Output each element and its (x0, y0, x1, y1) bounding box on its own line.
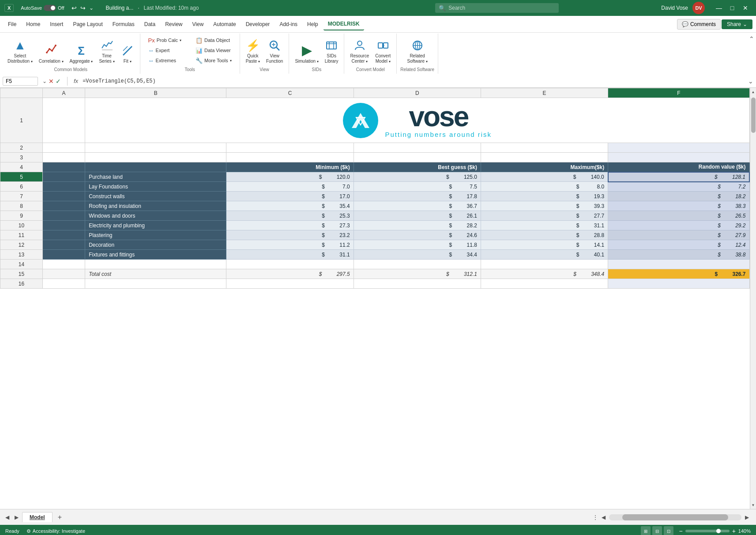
scroll-thumb-vertical[interactable] (751, 98, 756, 133)
more-tools-button[interactable]: 🔧 More Tools ▾ (193, 56, 234, 65)
cell-e16[interactable] (481, 279, 608, 289)
cell-f12[interactable]: $ 12.4 (608, 240, 749, 250)
sheet-tab-model[interactable]: Model (22, 512, 53, 522)
cell-a7[interactable] (43, 192, 85, 201)
menu-formulas[interactable]: Formulas (108, 19, 139, 30)
menu-home[interactable]: Home (22, 19, 45, 30)
formula-expand-icon[interactable]: ⌄ (42, 78, 47, 84)
cell-a10[interactable] (43, 221, 85, 230)
cell-b14[interactable] (85, 260, 226, 269)
correlation-button[interactable]: Correlation ▾ (37, 35, 66, 65)
zoom-out-btn[interactable]: − (679, 527, 682, 535)
cell-e14[interactable] (481, 260, 608, 269)
cell-f7[interactable]: $ 18.2 (608, 192, 749, 201)
expert-button[interactable]: ↔ Expert (146, 45, 184, 55)
menu-page-layout[interactable]: Page Layout (68, 19, 107, 30)
cell-a13[interactable] (43, 250, 85, 260)
cancel-formula-icon[interactable]: ✕ (49, 78, 54, 85)
cell-b8[interactable]: Roofing and insulation (85, 201, 226, 211)
resource-center-button[interactable]: ResourceCenter ▾ (348, 35, 371, 65)
add-sheet-btn[interactable]: + (54, 512, 65, 522)
menu-addins[interactable]: Add-ins (275, 19, 302, 30)
col-header-b[interactable]: B (85, 88, 226, 98)
cell-b5-label[interactable]: Purchase land (85, 172, 226, 182)
cell-e13[interactable]: $ 40.1 (481, 250, 608, 260)
cell-e5[interactable]: $ 140.0 (481, 172, 608, 182)
cell-a1[interactable] (43, 98, 85, 143)
simulation-button[interactable]: ▶ Simulation ▾ (293, 35, 320, 65)
redo-btn[interactable]: ↪ (80, 4, 86, 11)
cell-d11[interactable]: $ 24.6 (354, 230, 481, 240)
cell-b9[interactable]: Windows and doors (85, 211, 226, 221)
scroll-thumb-horizontal[interactable] (622, 514, 728, 520)
scroll-right-btn[interactable]: ▶ (745, 514, 749, 520)
menu-file[interactable]: File (4, 19, 21, 30)
sheet-nav-next-btn[interactable]: ▶ (13, 513, 20, 521)
cell-b13[interactable]: Fixtures and fittings (85, 250, 226, 260)
cell-b3[interactable] (85, 153, 226, 162)
cell-b15[interactable]: Total cost (85, 269, 226, 279)
autosave-toggle[interactable] (44, 5, 56, 11)
cell-e3[interactable] (481, 153, 608, 162)
zoom-slider[interactable] (685, 530, 730, 532)
time-series-button[interactable]: TimeSeries ▾ (97, 35, 117, 65)
cell-c5[interactable]: $ 120.0 (226, 172, 354, 182)
col-header-c[interactable]: C (226, 88, 354, 98)
menu-automate[interactable]: Automate (209, 19, 240, 30)
cell-c7[interactable]: $ 17.0 (226, 192, 354, 201)
cell-f15-total[interactable]: $ 326.7 (608, 269, 749, 279)
menu-data[interactable]: Data (140, 19, 160, 30)
data-object-button[interactable]: 📋 Data Object (193, 35, 234, 45)
cell-c13[interactable]: $ 31.1 (226, 250, 354, 260)
col-header-a[interactable]: A (43, 88, 85, 98)
menu-developer[interactable]: Developer (241, 19, 275, 30)
cell-f8[interactable]: $ 38.3 (608, 201, 749, 211)
cell-e7[interactable]: $ 19.3 (481, 192, 608, 201)
normal-view-btn[interactable]: ⊞ (641, 526, 651, 535)
cell-e10[interactable]: $ 31.1 (481, 221, 608, 230)
quick-paste-button[interactable]: ⚡ QuickPaste ▾ (244, 35, 262, 65)
cell-c16[interactable] (226, 279, 354, 289)
cell-a3[interactable] (43, 153, 85, 162)
cell-c3[interactable] (226, 153, 354, 162)
close-btn[interactable]: ✕ (739, 2, 752, 14)
view-function-button[interactable]: ViewFunction (264, 35, 285, 65)
select-distribution-button[interactable]: ▲ SelectDistribution ▾ (5, 35, 35, 65)
cell-c8[interactable]: $ 35.4 (226, 201, 354, 211)
horizontal-scrollbar[interactable]: ⋮ ◀ ▶ (65, 514, 752, 520)
cell-a9[interactable] (43, 211, 85, 221)
cell-a16[interactable] (43, 279, 85, 289)
vertical-scrollbar[interactable]: ▲ ▼ (750, 88, 756, 509)
cell-b4[interactable] (85, 162, 226, 172)
cell-e11[interactable]: $ 28.8 (481, 230, 608, 240)
spreadsheet-main[interactable]: A B C D E F 1 (0, 88, 750, 509)
zoom-slider-thumb[interactable] (716, 529, 721, 533)
data-viewer-button[interactable]: 📊 Data Viewer (193, 45, 234, 55)
scroll-down-btn[interactable]: ▼ (750, 501, 756, 509)
cell-b11[interactable]: Plastering (85, 230, 226, 240)
cell-d3[interactable] (354, 153, 481, 162)
cell-b2[interactable] (85, 143, 226, 153)
page-layout-view-btn[interactable]: ⊟ (652, 526, 662, 535)
cell-d15[interactable]: $ 312.1 (354, 269, 481, 279)
convert-model-button[interactable]: ConvertModel ▾ (373, 35, 393, 65)
cell-f5[interactable]: $ 128.1 (608, 172, 749, 182)
col-header-f[interactable]: F (608, 88, 749, 98)
cell-e6[interactable]: $ 8.0 (481, 182, 608, 192)
cell-e2[interactable] (481, 143, 608, 153)
cell-c2[interactable] (226, 143, 354, 153)
menu-insert[interactable]: Insert (45, 19, 68, 30)
aggregate-button[interactable]: Σ Aggregate ▾ (68, 35, 95, 65)
ribbon-collapse-btn[interactable]: ⌃ (749, 34, 754, 74)
page-break-view-btn[interactable]: ⊡ (664, 526, 673, 535)
prob-calc-button[interactable]: Px Prob Calc ▾ (146, 35, 184, 45)
cell-d8[interactable]: $ 36.7 (354, 201, 481, 211)
cell-a12[interactable] (43, 240, 85, 250)
cell-d5[interactable]: $ 125.0 (354, 172, 481, 182)
cell-d4[interactable]: Best guess ($k) (354, 162, 481, 172)
scroll-track-horizontal[interactable] (609, 514, 741, 520)
cell-c9[interactable]: $ 25.3 (226, 211, 354, 221)
comments-button[interactable]: 💬 Comments (677, 19, 721, 30)
cell-f11[interactable]: $ 27.9 (608, 230, 749, 240)
cell-c14[interactable] (226, 260, 354, 269)
